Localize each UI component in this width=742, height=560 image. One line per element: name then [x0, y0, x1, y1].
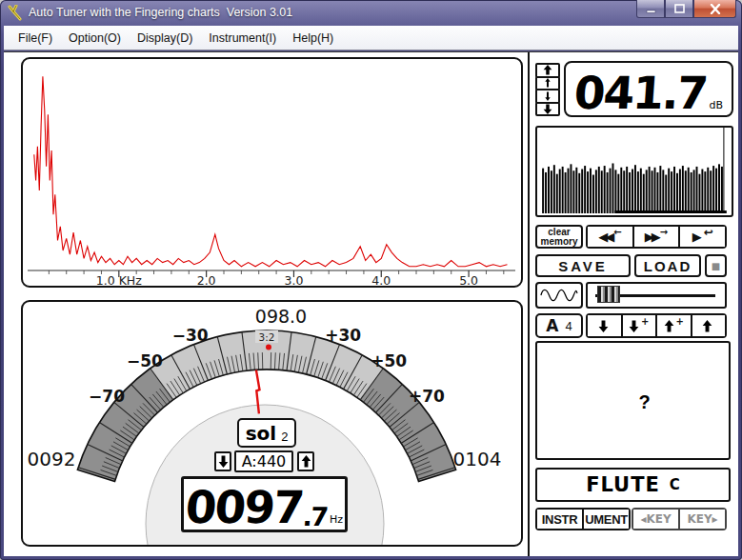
- down-arrow-icon: [218, 455, 229, 468]
- frequency-main: 0097: [184, 485, 304, 530]
- menu-help[interactable]: Help(H): [286, 29, 340, 48]
- close-button[interactable]: [693, 0, 736, 18]
- minimize-button[interactable]: [636, 0, 665, 18]
- sine-wave-icon: [539, 286, 579, 305]
- instrument-select-group: INSTR UMENT: [535, 508, 631, 530]
- svg-text:1.0 KHz: 1.0 KHz: [96, 273, 142, 286]
- db-stepper-stack: [535, 63, 560, 116]
- reference-up-button[interactable]: [297, 451, 314, 471]
- up-arrow-icon: [664, 320, 674, 332]
- svg-text:3.0: 3.0: [285, 273, 304, 286]
- slider-thumb[interactable]: [597, 286, 620, 303]
- svg-text:098.0: 098.0: [255, 306, 307, 327]
- titlebar[interactable]: Auto Tuner with the Fingering charts Ver…: [0, 0, 742, 26]
- svg-text:+30: +30: [325, 326, 361, 345]
- maximize-button[interactable]: [665, 0, 693, 18]
- instrument-next-button[interactable]: UMENT: [582, 510, 629, 529]
- key-select-group: ◂KEY KEY▸: [632, 508, 727, 530]
- clear-memory-button[interactable]: clear memory: [535, 225, 583, 249]
- tuning-fork-icon: [8, 5, 25, 22]
- volume-slider[interactable]: [586, 282, 727, 309]
- memory-forward-button[interactable]: ▶▶→: [632, 227, 679, 247]
- key-prev-button[interactable]: ◂KEY: [633, 510, 678, 529]
- up-fine-arrow-icon: [543, 78, 552, 88]
- db-step-down-coarse-button[interactable]: [535, 102, 560, 117]
- frequency-fraction: .7: [302, 504, 328, 530]
- transpose-octave-down-button[interactable]: [588, 315, 621, 336]
- up-arrow-icon: [702, 320, 712, 332]
- memory-rewind-button[interactable]: ◀◀←: [588, 227, 632, 247]
- app-window: Auto Tuner with the Fingering charts Ver…: [0, 0, 742, 560]
- fast-forward-icon: ▶▶: [645, 230, 658, 244]
- instrument-display: FLUTE C: [535, 468, 731, 502]
- db-level-display: 041.7dB: [564, 61, 733, 117]
- svg-text:+70: +70: [409, 387, 445, 406]
- up-coarse-arrow-icon: [542, 65, 553, 75]
- svg-text:−70: −70: [89, 387, 125, 406]
- a4-number: 4: [565, 319, 572, 333]
- down-fine-arrow-icon: [543, 91, 552, 101]
- menu-option[interactable]: Option(O): [62, 29, 128, 48]
- stop-button[interactable]: ■: [705, 254, 727, 277]
- memory-play-return-button[interactable]: ▶↩: [678, 227, 725, 247]
- frequency-display: 0097.7Hz: [181, 476, 348, 532]
- save-button[interactable]: SAVE: [535, 254, 631, 277]
- instrument-key: C: [670, 476, 680, 493]
- down-arrow-icon: [598, 320, 609, 332]
- a4-letter: A: [546, 316, 558, 335]
- panel-divider: [528, 52, 530, 556]
- spectrum-chart: 1.0 KHz2.03.04.05.0: [23, 59, 521, 286]
- menu-display[interactable]: Display(D): [130, 29, 199, 48]
- window-controls: [636, 0, 736, 18]
- memory-transport-group: ◀◀← ▶▶→ ▶↩: [586, 225, 727, 249]
- db-value: 041.7: [572, 70, 708, 115]
- menubar: File(F) Option(O) Display(D) Instrument(…: [4, 26, 738, 50]
- play-icon: ▶: [692, 230, 702, 244]
- client-area: 1.0 KHz2.03.04.05.0 −70−50−30+30+50+7000…: [4, 51, 738, 556]
- svg-text:3:2: 3:2: [259, 331, 275, 343]
- menu-file[interactable]: File(F): [11, 29, 59, 48]
- reference-down-button[interactable]: [214, 451, 231, 471]
- clear-memory-label-2: memory: [541, 237, 578, 247]
- window-title: Auto Tuner with the Fingering charts Ver…: [29, 6, 292, 19]
- reference-pitch-display: A:440: [234, 450, 293, 472]
- instrument-name: FLUTE: [586, 473, 660, 496]
- tuner-gauge-panel: −70−50−30+30+50+7000920104098.03:2 sol2 …: [21, 300, 523, 547]
- svg-text:4.0: 4.0: [371, 273, 391, 286]
- load-button[interactable]: LOAD: [634, 254, 701, 277]
- transpose-group: + +: [586, 313, 727, 338]
- reference-pitch-value: A:440: [242, 452, 287, 470]
- transpose-semitone-up-button[interactable]: +: [655, 315, 691, 336]
- menu-instrument[interactable]: Instrument(I): [202, 29, 283, 48]
- stop-square-icon: ■: [712, 261, 720, 271]
- down-arrow-icon: [629, 320, 639, 332]
- down-coarse-arrow-icon: [542, 104, 553, 114]
- waveform-button[interactable]: [535, 282, 583, 309]
- return-arrow-icon: ↩: [704, 226, 713, 239]
- note-name: sol: [246, 422, 277, 445]
- svg-text:5.0: 5.0: [459, 273, 478, 286]
- svg-text:−50: −50: [127, 351, 163, 370]
- note-display: sol2: [237, 418, 296, 448]
- transpose-sup-2: +: [676, 316, 684, 327]
- transpose-sup-1: +: [641, 316, 649, 327]
- key-next-button[interactable]: KEY▸: [678, 510, 725, 529]
- svg-text:−30: −30: [172, 326, 209, 345]
- svg-text:+50: +50: [371, 351, 407, 370]
- forward-step-arrow-icon: →: [660, 227, 668, 237]
- frequency-unit: Hz: [330, 513, 343, 526]
- level-history-bars: [537, 128, 730, 213]
- instrument-prev-button[interactable]: INSTR: [537, 510, 582, 529]
- a4-pitch-button[interactable]: A 4: [535, 313, 583, 338]
- transpose-octave-up-button[interactable]: [691, 315, 726, 336]
- svg-text:0104: 0104: [453, 448, 502, 470]
- level-history-box: [535, 126, 733, 217]
- up-arrow-icon: [301, 455, 311, 468]
- rewind-step-arrow-icon: ←: [613, 227, 621, 237]
- transpose-semitone-down-button[interactable]: +: [621, 315, 656, 336]
- svg-text:0092: 0092: [28, 448, 76, 470]
- fingering-chart-box: ?: [535, 341, 731, 460]
- db-unit: dB: [710, 99, 724, 111]
- note-octave: 2: [281, 430, 288, 444]
- svg-text:2.0: 2.0: [197, 273, 216, 286]
